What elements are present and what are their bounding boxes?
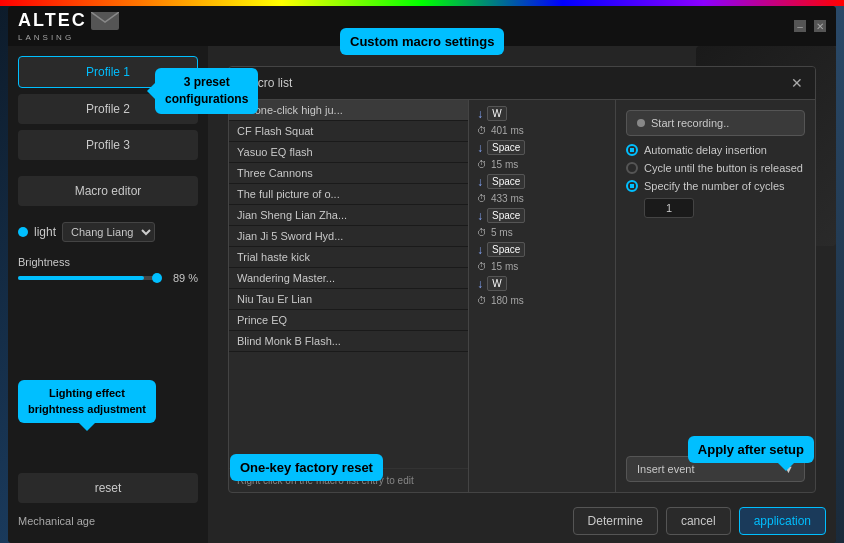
light-label: light [34,225,56,239]
macro-list-item[interactable]: Yasuo EQ flash [229,142,468,163]
close-button[interactable]: ✕ [814,20,826,32]
timer-value: 180 ms [491,295,531,306]
macro-list-item[interactable]: Jian Sheng Lian Zha... [229,205,468,226]
insert-event-arrow: ▼ [783,463,794,475]
profile-1-button[interactable]: Profile 1 [18,56,198,88]
timer-value: 433 ms [491,193,531,204]
action-arrow-icon: ↓ [477,175,483,189]
right-panel: Start recording.. Automatic delay insert… [615,100,815,492]
timer-value: 15 ms [491,159,531,170]
brightness-fill [18,276,144,280]
sidebar: Profile 1 Profile 2 Profile 3 Macro edit… [8,46,208,543]
cycle-button-option[interactable]: Cycle until the button is released [626,162,805,174]
macro-list-item[interactable]: Jian Ji 5 Sword Hyd... [229,226,468,247]
logo-wrapper: ALTEC LANSING [18,10,119,42]
action-key: W [487,106,507,121]
content-area: Profile 1 Profile 2 Profile 3 Macro edit… [8,46,836,543]
macro-list-item[interactable]: The full picture of o... [229,184,468,205]
logo-text-altec: ALTEC [18,10,87,31]
macro-action-item: ⏱ 401 ms [473,123,611,138]
main-content: Macro list ✕ CF one-click high ju...CF F… [208,46,836,543]
specify-cycles-radio[interactable] [626,180,638,192]
timer-icon: ⏱ [477,227,487,238]
title-bar: ALTEC LANSING – ✕ [8,6,836,46]
brightness-slider[interactable] [18,276,160,280]
specify-cycles-label: Specify the number of cycles [644,180,785,192]
macro-action-item: ⏱ 180 ms [473,293,611,308]
timer-icon: ⏱ [477,159,487,170]
macro-action-item: ↓ Space [473,206,611,225]
macro-action-item: ⏱ 15 ms [473,157,611,172]
action-key: Space [487,208,525,223]
timer-icon: ⏱ [477,125,487,136]
main-window: ALTEC LANSING – ✕ Profile 1 Profile 2 Pr… [8,6,836,543]
macro-modal: Macro list ✕ CF one-click high ju...CF F… [228,66,816,493]
macro-list-scroll[interactable]: CF one-click high ju...CF Flash SquatYas… [229,100,468,468]
macro-action-item: ↓ Space [473,138,611,157]
macro-list-item[interactable]: Wandering Master... [229,268,468,289]
cycle-button-radio[interactable] [626,162,638,174]
timer-icon: ⏱ [477,261,487,272]
cycle-button-label: Cycle until the button is released [644,162,803,174]
macro-list-item[interactable]: Prince EQ [229,310,468,331]
timer-icon: ⏱ [477,193,487,204]
insert-event-button[interactable]: Insert event ▼ [626,456,805,482]
action-arrow-icon: ↓ [477,209,483,223]
timer-value: 15 ms [491,261,531,272]
auto-delay-label: Automatic delay insertion [644,144,767,156]
determine-button[interactable]: Determine [573,507,658,535]
timer-value: 5 ms [491,227,531,238]
record-dot-icon [637,119,645,127]
macro-editor-button[interactable]: Macro editor [18,176,198,206]
application-button[interactable]: application [739,507,826,535]
light-indicator [18,227,28,237]
logo-text-lansing: LANSING [18,33,74,42]
bottom-buttons: Determine cancel application [573,507,826,535]
macro-list-item[interactable]: Blind Monk B Flash... [229,331,468,352]
profile-3-button[interactable]: Profile 3 [18,130,198,160]
auto-delay-radio[interactable] [626,144,638,156]
macro-action-item: ↓ W [473,274,611,293]
brightness-handle [152,273,162,283]
start-recording-button[interactable]: Start recording.. [626,110,805,136]
auto-delay-option[interactable]: Automatic delay insertion [626,144,805,156]
macro-list-item[interactable]: CF Flash Squat [229,121,468,142]
macro-list-item[interactable]: Three Cannons [229,163,468,184]
macro-detail-panel: ↓ W⏱ 401 ms↓ Space⏱ 15 ms↓ Space⏱ 433 ms… [469,100,615,492]
profile-2-button[interactable]: Profile 2 [18,94,198,124]
cycles-input[interactable]: 1 [644,198,694,218]
cancel-button[interactable]: cancel [666,507,731,535]
macro-action-item: ⏱ 15 ms [473,259,611,274]
macro-list-item[interactable]: Niu Tau Er Lian [229,289,468,310]
modal-header: Macro list ✕ [229,67,815,100]
insert-event-label: Insert event [637,463,694,475]
action-key: Space [487,242,525,257]
brightness-value: 89 % [168,272,198,284]
macro-list-item[interactable]: Trial haste kick [229,247,468,268]
window-controls: – ✕ [794,20,826,32]
logo-envelope-icon [91,12,119,30]
mechanical-age-label: Mechanical age [18,509,198,533]
rainbow-bar [0,0,844,6]
action-arrow-icon: ↓ [477,243,483,257]
brightness-section: Brightness 89 % [18,256,198,284]
minimize-button[interactable]: – [794,20,806,32]
start-recording-label: Start recording.. [651,117,729,129]
modal-close-button[interactable]: ✕ [791,75,803,91]
light-mode-select[interactable]: Chang Liang [62,222,155,242]
action-key: Space [487,174,525,189]
macro-scroll-area[interactable]: ↓ W⏱ 401 ms↓ Space⏱ 15 ms↓ Space⏱ 433 ms… [469,100,615,492]
specify-cycles-option[interactable]: Specify the number of cycles [626,180,805,192]
action-arrow-icon: ↓ [477,277,483,291]
macro-list-panel: CF one-click high ju...CF Flash SquatYas… [229,100,469,492]
reset-button[interactable]: reset [18,473,198,503]
logo-top: ALTEC [18,10,119,31]
macro-list-item[interactable]: CF one-click high ju... [229,100,468,121]
macro-action-item: ↓ Space [473,240,611,259]
timer-value: 401 ms [491,125,531,136]
radio-group: Automatic delay insertion Cycle until th… [626,144,805,218]
action-key: W [487,276,507,291]
modal-body: CF one-click high ju...CF Flash SquatYas… [229,100,815,492]
macro-action-item: ↓ W [473,104,611,123]
action-arrow-icon: ↓ [477,107,483,121]
